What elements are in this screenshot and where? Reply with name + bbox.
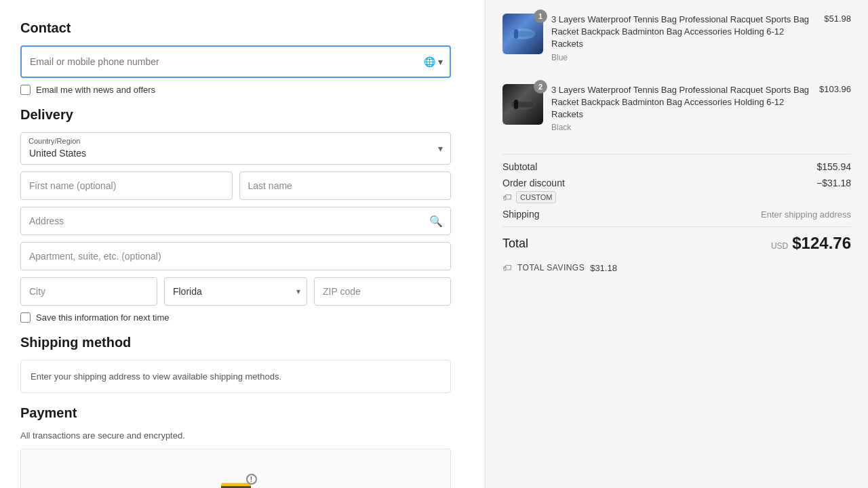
total-currency: USD xyxy=(771,241,788,251)
order-discount-label: Order discount xyxy=(502,178,565,188)
name-row xyxy=(20,171,451,200)
city-state-zip-row: Florida Alabama California New York Texa… xyxy=(20,277,451,306)
last-name-input[interactable] xyxy=(239,171,452,200)
save-info-row: Save this information for next time xyxy=(20,312,451,323)
discount-label-wrapper: Order discount xyxy=(502,178,565,188)
payment-subtitle: All transactions are secure and encrypte… xyxy=(20,430,451,441)
savings-tag-icon: 🏷 xyxy=(502,262,512,273)
email-input-wrapper: 🌐 ▾ xyxy=(20,45,451,78)
shipping-row: Shipping Enter shipping address xyxy=(502,209,851,220)
discount-value: −$31.18 xyxy=(816,178,851,188)
newsletter-label: Email me with news and offers xyxy=(36,85,155,95)
total-label: Total xyxy=(502,237,528,251)
payment-section: Payment All transactions are secure and … xyxy=(20,405,451,488)
delivery-title: Delivery xyxy=(20,107,451,123)
shipping-label: Shipping xyxy=(502,209,540,220)
shipping-value: Enter shipping address xyxy=(761,209,851,220)
item-1-name: 3 Layers Waterproof Tennis Bag Professio… xyxy=(551,14,816,51)
payment-alert-badge: ! xyxy=(246,474,257,485)
chevron-down-icon: ▾ xyxy=(438,56,443,67)
discount-row: Order discount −$31.18 xyxy=(502,178,851,188)
save-info-checkbox[interactable] xyxy=(20,312,31,323)
globe-icon: 🌐 xyxy=(424,56,435,67)
discount-tag-icon: 🏷 xyxy=(502,192,512,203)
discount-code-wrapper: 🏷 CUSTOM xyxy=(502,191,556,203)
payment-icon-wrapper: 💳 ! xyxy=(219,476,253,488)
apartment-input[interactable] xyxy=(20,242,451,270)
payment-title: Payment xyxy=(20,405,451,421)
item-2-price: $103.96 xyxy=(819,84,851,94)
email-input-icons[interactable]: 🌐 ▾ xyxy=(424,56,450,67)
address-row: 🔍 xyxy=(20,207,451,235)
email-input[interactable] xyxy=(22,47,424,77)
subtotal-value: $155.94 xyxy=(816,161,851,172)
savings-value: $31.18 xyxy=(590,263,617,273)
shipping-placeholder-text: Enter your shipping address to view avai… xyxy=(31,371,281,382)
shipping-method-section: Shipping method Enter your shipping addr… xyxy=(20,335,451,393)
contact-title: Contact xyxy=(20,20,451,36)
item-1-price: $51.98 xyxy=(824,14,851,24)
city-input[interactable] xyxy=(20,277,157,306)
divider-2 xyxy=(502,226,851,227)
country-label: Country/Region xyxy=(28,137,80,145)
total-right: USD $124.76 xyxy=(771,234,851,253)
discount-code-row: 🏷 CUSTOM xyxy=(502,191,851,203)
item-2-details: 3 Layers Waterproof Tennis Bag Professio… xyxy=(551,84,811,133)
svg-rect-2 xyxy=(514,29,518,39)
item-1-image-wrapper: 1 xyxy=(502,14,543,54)
zip-input[interactable] xyxy=(314,277,451,306)
state-select[interactable]: Florida Alabama California New York Texa… xyxy=(164,277,307,306)
subtotal-row: Subtotal $155.94 xyxy=(502,161,851,172)
savings-label: TOTAL SAVINGS xyxy=(517,263,585,272)
country-row: Country/Region United States ▾ xyxy=(20,132,451,165)
newsletter-checkbox[interactable] xyxy=(20,85,31,95)
item-2-color: Black xyxy=(551,123,811,132)
delivery-section: Delivery Country/Region United States ▾ … xyxy=(20,107,451,323)
address-search-icon: 🔍 xyxy=(429,215,443,228)
total-row: Total USD $124.76 xyxy=(502,234,851,253)
save-info-label: Save this information for next time xyxy=(36,312,170,323)
order-item-2: 2 3 Layers Waterproof Tennis Bag Profess… xyxy=(502,84,851,144)
item-2-name: 3 Layers Waterproof Tennis Bag Professio… xyxy=(551,84,811,121)
item-2-badge: 2 xyxy=(534,80,547,94)
address-input[interactable] xyxy=(20,207,451,235)
svg-rect-5 xyxy=(514,100,518,109)
shipping-method-title: Shipping method xyxy=(20,335,451,350)
discount-code-badge: CUSTOM xyxy=(516,191,556,203)
item-1-details: 3 Layers Waterproof Tennis Bag Professio… xyxy=(551,14,816,62)
item-1-color: Blue xyxy=(551,53,816,62)
item-1-badge: 1 xyxy=(534,9,547,23)
country-select[interactable]: United States xyxy=(20,132,451,165)
newsletter-row: Email me with news and offers xyxy=(20,85,451,95)
subtotal-label: Subtotal xyxy=(502,161,537,172)
shipping-placeholder-box: Enter your shipping address to view avai… xyxy=(20,360,451,393)
order-item-1: 1 3 Layers Waterproof Tennis Bag Profess… xyxy=(502,14,851,73)
state-wrapper: Florida Alabama California New York Texa… xyxy=(164,277,307,306)
payment-box: 💳 ! This store can't accept payments rig… xyxy=(20,449,451,488)
apartment-row xyxy=(20,242,451,270)
total-value: $124.76 xyxy=(792,234,851,253)
left-panel: Contact 🌐 ▾ Email me with news and offer… xyxy=(0,0,485,488)
first-name-input[interactable] xyxy=(20,171,233,200)
divider-1 xyxy=(502,154,851,155)
savings-row: 🏷 TOTAL SAVINGS $31.18 xyxy=(502,262,851,273)
item-2-image-wrapper: 2 xyxy=(502,84,543,125)
right-panel: 1 3 Layers Waterproof Tennis Bag Profess… xyxy=(485,0,868,488)
